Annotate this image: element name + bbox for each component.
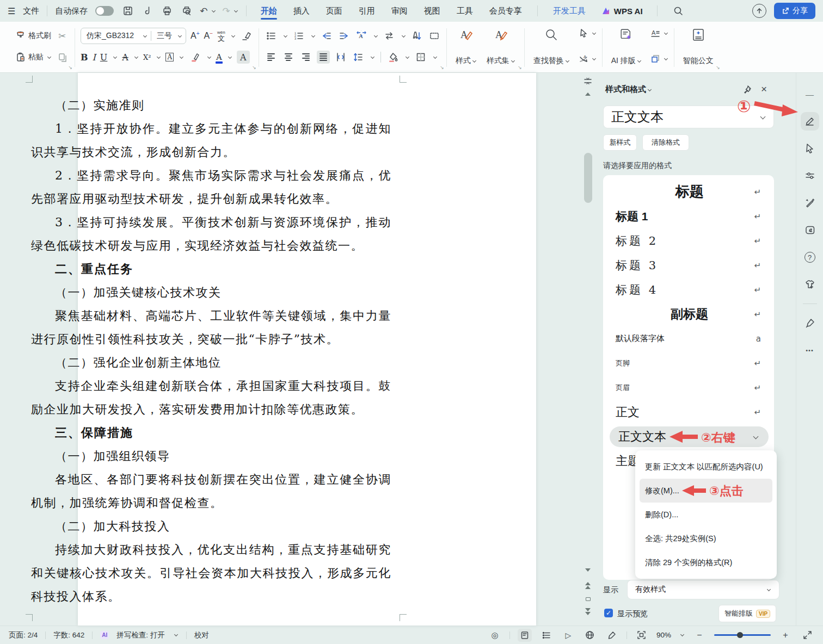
- scroll-down-arrow[interactable]: [585, 568, 591, 572]
- justify-icon[interactable]: [317, 51, 330, 64]
- vertical-scrollbar-thumb[interactable]: [584, 153, 592, 203]
- numbered-list-icon[interactable]: 123: [292, 29, 305, 42]
- fullscreen-icon[interactable]: [800, 629, 814, 642]
- character-shading-icon[interactable]: A: [237, 51, 250, 64]
- page-indicator[interactable]: 页面: 2/4: [9, 630, 38, 640]
- outline-view-icon[interactable]: [539, 629, 554, 642]
- style-item-heading3[interactable]: 标题 3↵: [603, 253, 774, 277]
- paragraph-group-expander[interactable]: ↘: [440, 65, 444, 70]
- magic-wand-icon[interactable]: [801, 194, 819, 212]
- smart-doc-group-expander[interactable]: ↘: [716, 65, 720, 70]
- zoom-out-icon[interactable]: −: [692, 629, 707, 642]
- properties-sliders-icon[interactable]: [801, 166, 819, 185]
- spellcheck-status[interactable]: 拼写检查: 打开: [116, 630, 165, 640]
- undo-button[interactable]: ↶: [200, 5, 216, 16]
- autosave-toggle[interactable]: [95, 6, 114, 16]
- tab-tools[interactable]: 工具: [456, 2, 474, 21]
- font-color-icon[interactable]: A: [216, 52, 222, 62]
- arrange-objects-icon[interactable]: [650, 54, 668, 64]
- zoom-slider-knob[interactable]: [737, 632, 743, 638]
- clipboard-group-expander[interactable]: ↘: [68, 65, 72, 70]
- ruler-toggle-icon[interactable]: [584, 77, 592, 85]
- paragraph-layout-icon[interactable]: [428, 29, 441, 42]
- style-item-heading2[interactable]: 标题 2↵: [603, 228, 774, 253]
- word-count[interactable]: 字数: 642: [53, 630, 84, 640]
- format-painter-button[interactable]: 格式刷: [15, 30, 51, 41]
- style-item-footer[interactable]: 页脚↵: [603, 351, 774, 375]
- wps-ai-entry[interactable]: WPS AI: [601, 6, 643, 16]
- style-item-body[interactable]: 正文↵: [603, 400, 774, 424]
- browse-object-button[interactable]: [586, 597, 591, 601]
- pinyin-guide-icon[interactable]: wén文: [217, 30, 225, 42]
- pin-panel-icon[interactable]: [742, 85, 752, 94]
- next-page-button[interactable]: [585, 608, 591, 615]
- style-set-button[interactable]: A 样式集: [483, 26, 519, 67]
- ink-pen-icon[interactable]: [801, 314, 819, 332]
- font-name-select[interactable]: 仿宋_GB2312: [81, 31, 151, 41]
- font-size-select[interactable]: 三号: [151, 31, 186, 41]
- previous-page-button[interactable]: [585, 582, 591, 589]
- page-view-icon[interactable]: [518, 629, 532, 642]
- line-spacing-icon[interactable]: [352, 51, 365, 64]
- font-group-expander[interactable]: ↘: [252, 65, 256, 70]
- decrease-indent-icon[interactable]: [320, 29, 333, 42]
- ink-annotation-icon[interactable]: [605, 629, 619, 642]
- translate-icon[interactable]: A: [579, 54, 597, 64]
- tab-member[interactable]: 会员专享: [488, 2, 523, 21]
- copy-icon[interactable]: [56, 51, 69, 64]
- menu-select-all-instances[interactable]: 全选: 共29处实例(S): [640, 527, 772, 550]
- decrease-font-icon[interactable]: A−: [204, 30, 213, 41]
- highlight-color-icon[interactable]: [188, 51, 201, 64]
- character-border-icon[interactable]: A: [165, 53, 174, 61]
- tab-view[interactable]: 视图: [423, 2, 441, 21]
- tab-page[interactable]: 页面: [325, 2, 343, 21]
- file-menu[interactable]: 文件: [23, 6, 39, 16]
- tab-devtools[interactable]: 开发工具: [552, 2, 587, 21]
- tab-reference[interactable]: 引用: [358, 2, 376, 21]
- style-item-heading4[interactable]: 标题 4↵: [603, 277, 774, 302]
- print-icon[interactable]: [161, 4, 174, 17]
- style-item-default-font[interactable]: 默认段落字体a: [603, 326, 774, 351]
- save-icon[interactable]: [121, 4, 134, 17]
- select-tool-icon[interactable]: [801, 139, 819, 158]
- close-panel-icon[interactable]: ×: [761, 83, 767, 95]
- distribute-icon[interactable]: [334, 51, 347, 64]
- text-tool-icon[interactable]: A: [650, 28, 668, 38]
- share-button[interactable]: 分享: [774, 3, 815, 19]
- align-left-icon[interactable]: [265, 51, 278, 64]
- read-mode-icon[interactable]: ▷: [561, 629, 575, 642]
- bold-icon[interactable]: B: [81, 52, 88, 63]
- zoom-slider[interactable]: [714, 634, 771, 636]
- print-preview-icon[interactable]: [180, 4, 193, 17]
- search-icon[interactable]: [672, 4, 685, 17]
- zoom-in-icon[interactable]: +: [778, 629, 793, 642]
- sort-icon[interactable]: [410, 29, 423, 42]
- style-item-subtitle[interactable]: 副标题↵: [603, 302, 774, 326]
- underline-icon[interactable]: U: [100, 52, 107, 63]
- style-item-header[interactable]: 页眉↵: [603, 375, 774, 400]
- eco-paper-icon[interactable]: [801, 221, 819, 239]
- help-icon[interactable]: ?: [801, 248, 819, 267]
- more-options-icon[interactable]: •••: [801, 341, 819, 360]
- align-right-icon[interactable]: [299, 51, 312, 64]
- increase-indent-icon[interactable]: [337, 29, 351, 42]
- tab-review[interactable]: 审阅: [390, 2, 409, 21]
- zoom-level[interactable]: 90%: [656, 631, 671, 639]
- collapse-panel-icon[interactable]: —: [801, 85, 819, 103]
- clear-format-icon[interactable]: [240, 29, 253, 42]
- text-direction-icon[interactable]: [383, 29, 396, 42]
- display-filter-select[interactable]: 有效样式: [627, 580, 779, 599]
- fit-page-icon[interactable]: [635, 629, 649, 642]
- ai-layout-button[interactable]: AI 排版: [608, 26, 645, 67]
- character-scale-icon[interactable]: A: [355, 29, 368, 42]
- strikethrough-icon[interactable]: A: [122, 52, 128, 63]
- cut-icon[interactable]: ✂: [56, 29, 69, 42]
- tab-home[interactable]: 开始: [260, 2, 278, 21]
- clear-format-button[interactable]: 清除格式: [642, 134, 689, 151]
- paste-button[interactable]: 粘贴: [15, 52, 52, 63]
- styles-group-expander[interactable]: ↘: [518, 65, 522, 70]
- menu-modify-style[interactable]: 修改(M)...: [640, 479, 772, 503]
- skin-theme-icon[interactable]: [801, 275, 819, 294]
- menu-update-style[interactable]: 更新 正文文本 以匹配所选内容(U): [640, 455, 772, 479]
- scroll-up-arrow[interactable]: [585, 92, 591, 96]
